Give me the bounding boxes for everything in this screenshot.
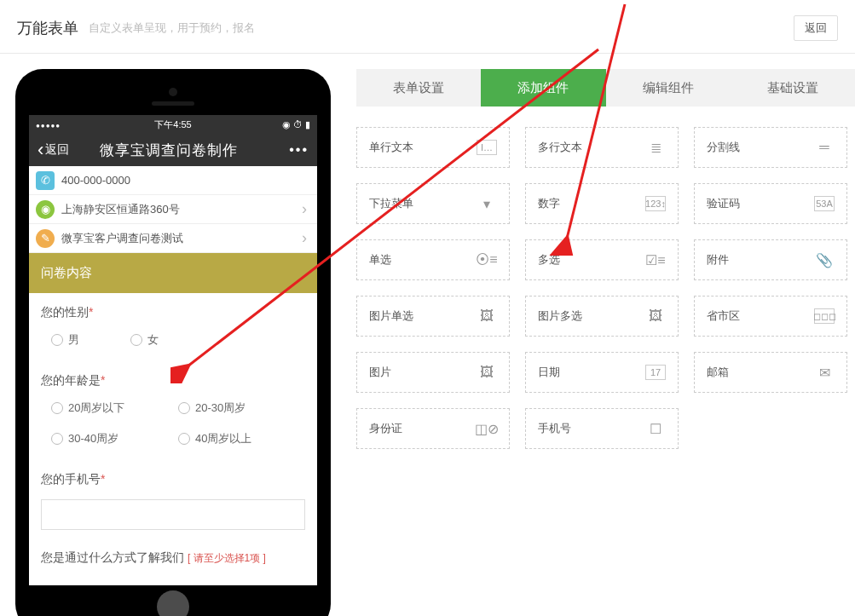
date-icon: 17 [645, 365, 666, 380]
component-email[interactable]: 邮箱✉ [694, 352, 847, 393]
q1-opt-male[interactable]: 男 [51, 332, 79, 348]
checkbox-icon: ☑≡ [645, 252, 666, 268]
q2-opt-3[interactable]: 40周岁以上 [178, 431, 305, 446]
mobile-icon: ☐ [645, 421, 666, 436]
component-region[interactable]: 省市区◻◻◻ [694, 296, 847, 337]
divider-icon: ═ [814, 140, 835, 155]
address-text: 上海静安区恒通路360号 [61, 202, 302, 217]
back-button[interactable]: 返回 [794, 15, 838, 41]
q2-opt-1[interactable]: 20-30周岁 [178, 400, 305, 416]
component-label: 图片单选 [369, 308, 413, 324]
tab-edit-component[interactable]: 编辑组件 [606, 69, 731, 107]
chevron-right-icon: › [302, 229, 307, 247]
component-label: 身份证 [369, 421, 402, 436]
attach-icon: 📎 [814, 252, 835, 268]
region-icon: ◻◻◻ [814, 308, 835, 324]
q2-opt-0[interactable]: 20周岁以下 [51, 400, 178, 416]
component-label: 单选 [369, 252, 391, 268]
component-label: 多行文本 [538, 140, 582, 155]
phone-mockup: 下午4:55 ◉ ⏱ ▮ 返回 微享宝调查问卷制作 ••• ✆ 400-000-… [15, 69, 331, 616]
q4-warning: [ 请至少选择1项 ] [188, 552, 266, 564]
survey-row[interactable]: ✎ 微享宝客户调查问卷测试 › [29, 224, 317, 253]
q3-input[interactable] [41, 499, 305, 530]
form-content: 您的性别* 男 女 您的年龄是* 20周岁以下 20-30周岁 30-40周岁 … [29, 293, 317, 585]
q1-opt-female[interactable]: 女 [130, 332, 159, 348]
section-header: 问卷内容 [29, 253, 317, 293]
component-label: 分割线 [707, 140, 740, 155]
component-label: 多选 [538, 252, 560, 268]
component-date[interactable]: 日期17 [525, 352, 679, 393]
image-icon: 🖼 [477, 365, 497, 380]
component-img-check[interactable]: 图片多选🖼 [525, 296, 679, 337]
q4-label: 您是通过什么方式了解我们 [ 请至少选择1项 ] [41, 550, 305, 566]
component-label: 验证码 [707, 196, 740, 211]
component-attach[interactable]: 附件📎 [694, 239, 847, 280]
component-label: 手机号 [538, 421, 571, 436]
status-indicators: ◉ ⏱ ▮ [282, 119, 310, 130]
page-header: 万能表单 自定义表单呈现，用于预约，报名 返回 [0, 0, 855, 54]
phone-screen: 下午4:55 ◉ ⏱ ▮ 返回 微享宝调查问卷制作 ••• ✆ 400-000-… [29, 115, 317, 585]
component-label: 附件 [707, 252, 729, 268]
img-check-icon: 🖼 [645, 308, 666, 324]
idcard-icon: ◫⊘ [477, 421, 497, 436]
component-text-single[interactable]: 单行文本I… [356, 127, 510, 168]
status-time: 下午4:55 [154, 118, 191, 131]
tab-basic-settings[interactable]: 基础设置 [731, 69, 855, 107]
component-label: 邮箱 [707, 365, 729, 380]
component-label: 下拉菜单 [369, 196, 413, 211]
radio-icon: ⦿≡ [477, 252, 497, 268]
component-img-radio[interactable]: 图片单选🖼 [356, 296, 510, 337]
page-title: 万能表单 [17, 18, 78, 38]
component-number[interactable]: 数字123↕ [525, 183, 679, 224]
component-idcard[interactable]: 身份证◫⊘ [356, 408, 510, 449]
chevron-right-icon: › [302, 200, 307, 218]
page-subtitle: 自定义表单呈现，用于预约，报名 [89, 20, 794, 36]
status-bar: 下午4:55 ◉ ⏱ ▮ [29, 115, 317, 134]
component-checkbox[interactable]: 多选☑≡ [525, 239, 679, 280]
component-label: 日期 [538, 365, 560, 380]
component-mobile[interactable]: 手机号☐ [525, 408, 679, 449]
nav-back-button[interactable]: 返回 [38, 139, 69, 161]
component-captcha[interactable]: 验证码53A [694, 183, 847, 224]
status-carrier [36, 119, 64, 130]
component-label: 单行文本 [369, 140, 413, 155]
phone-icon: ✆ [36, 171, 55, 190]
component-label: 数字 [538, 196, 560, 211]
q2-label: 您的年龄是* [41, 373, 305, 389]
number-icon: 123↕ [645, 196, 666, 211]
tab-form-settings[interactable]: 表单设置 [356, 69, 481, 107]
component-text-multi[interactable]: 多行文本≣ [525, 127, 679, 168]
component-grid: 单行文本I…多行文本≣分割线═下拉菜单▾数字123↕验证码53A单选⦿≡多选☑≡… [356, 127, 855, 449]
nav-bar: 返回 微享宝调查问卷制作 ••• [29, 134, 317, 166]
contact-phone-row[interactable]: ✆ 400-000-0000 [29, 166, 317, 195]
component-label: 图片多选 [538, 308, 582, 324]
img-radio-icon: 🖼 [477, 308, 497, 324]
pin-icon: ◉ [36, 200, 55, 219]
pencil-icon: ✎ [36, 229, 55, 248]
right-panel: 表单设置 添加组件 编辑组件 基础设置 单行文本I…多行文本≣分割线═下拉菜单▾… [356, 69, 855, 616]
q1-label: 您的性别* [41, 305, 305, 320]
nav-more-icon[interactable]: ••• [289, 142, 309, 158]
tabs: 表单设置 添加组件 编辑组件 基础设置 [356, 69, 855, 107]
component-label: 图片 [369, 365, 391, 380]
text-single-icon: I… [477, 140, 497, 155]
contact-phone-text: 400-000-0000 [61, 174, 307, 187]
nav-title: 微享宝调查问卷制作 [69, 141, 289, 160]
component-label: 省市区 [707, 308, 740, 324]
component-radio[interactable]: 单选⦿≡ [356, 239, 510, 280]
captcha-icon: 53A [814, 196, 835, 211]
tab-add-component[interactable]: 添加组件 [481, 69, 605, 107]
address-row[interactable]: ◉ 上海静安区恒通路360号 › [29, 195, 317, 224]
component-divider[interactable]: 分割线═ [694, 127, 847, 168]
component-image[interactable]: 图片🖼 [356, 352, 510, 393]
home-button [157, 590, 189, 616]
survey-text: 微享宝客户调查问卷测试 [61, 231, 302, 246]
text-multi-icon: ≣ [645, 140, 666, 155]
component-dropdown[interactable]: 下拉菜单▾ [356, 183, 510, 224]
dropdown-icon: ▾ [477, 196, 497, 211]
q3-label: 您的手机号* [41, 472, 305, 487]
email-icon: ✉ [814, 365, 835, 380]
q2-opt-2[interactable]: 30-40周岁 [51, 431, 178, 446]
